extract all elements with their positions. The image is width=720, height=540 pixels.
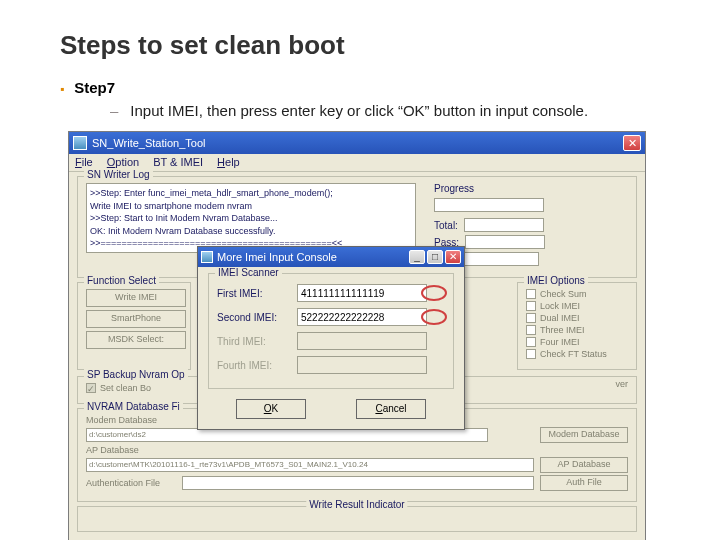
fourth-imei-input <box>297 356 427 374</box>
ap-db-path: d:\customer\MTK\20101116-1_rte73v1\APDB_… <box>86 458 534 472</box>
first-imei-input[interactable] <box>297 284 427 302</box>
third-imei-label: Third IMEI: <box>217 336 289 347</box>
imei-options-title: IMEI Options <box>524 275 588 286</box>
ap-db-button[interactable]: AP Database <box>540 457 628 473</box>
auth-file-button[interactable]: Auth File <box>540 475 628 491</box>
three-imei-checkbox[interactable]: Three IMEI <box>526 325 628 335</box>
four-imei-checkbox[interactable]: Four IMEI <box>526 337 628 347</box>
cancel-button[interactable]: Cancel <box>356 399 426 419</box>
backup-title: SP Backup Nvram Op <box>84 369 188 380</box>
dialog-titlebar: More Imei Input Console _ □ ✕ <box>198 247 464 267</box>
window-title: SN_Write_Station_Tool <box>92 137 623 149</box>
nvram-title: NVRAM Database Fi <box>84 401 183 412</box>
result-title: Write Result Indicator <box>306 499 407 510</box>
imei-options-group: IMEI Options Check Sum Lock IMEI Dual IM… <box>517 282 637 370</box>
ok-button[interactable]: OK <box>236 399 306 419</box>
write-imei-button[interactable]: Write IMEI <box>86 289 186 307</box>
log-line: Write IMEI to smartphone modem nvram <box>90 200 412 213</box>
ap-db-label: AP Database <box>86 445 176 455</box>
step-label: Step7 <box>74 79 115 96</box>
log-line: OK: Init Modem Nvram Database successful… <box>90 225 412 238</box>
imei-input-dialog: More Imei Input Console _ □ ✕ IMEI Scann… <box>197 246 465 430</box>
app-window: SN_Write_Station_Tool ✕ File Option BT &… <box>68 131 646 540</box>
total-box <box>464 218 544 232</box>
imei-scanner-group: IMEI Scanner First IMEI: Second IMEI: Th… <box>208 273 454 389</box>
progress-label: Progress <box>434 183 628 194</box>
menu-bt-imei[interactable]: BT & IMEI <box>153 156 203 169</box>
titlebar: SN_Write_Station_Tool ✕ <box>69 132 645 154</box>
app-icon <box>73 136 87 150</box>
log-group-title: SN Writer Log <box>84 169 153 180</box>
log-box: >>Step: Enter func_imei_meta_hdlr_smart_… <box>86 183 416 253</box>
function-select-group: Function Select Write IMEI SmartPhone MS… <box>77 282 191 370</box>
maximize-icon[interactable]: □ <box>427 250 443 264</box>
menu-file[interactable]: File <box>75 156 93 169</box>
dialog-title: More Imei Input Console <box>217 251 409 263</box>
progress-bar <box>434 198 544 212</box>
dialog-icon <box>201 251 213 263</box>
menu-help[interactable]: Help <box>217 156 240 169</box>
imei-scanner-title: IMEI Scanner <box>215 267 282 278</box>
step-text: Input IMEI, then press enter key or clic… <box>130 102 588 119</box>
modem-db-path: d:\customer\ds2 <box>86 428 488 442</box>
result-group: Write Result Indicator <box>77 506 637 532</box>
fourth-imei-label: Fourth IMEI: <box>217 360 289 371</box>
step-row: ▪ Step7 <box>60 79 660 96</box>
lock-imei-checkbox[interactable]: Lock IMEI <box>526 301 628 311</box>
log-line: >>Step: Enter func_imei_meta_hdlr_smart_… <box>90 187 412 200</box>
check-ft-checkbox[interactable]: Check FT Status <box>526 349 628 359</box>
bullet-icon: ▪ <box>60 82 64 96</box>
menubar: File Option BT & IMEI Help <box>69 154 645 172</box>
close-icon[interactable]: ✕ <box>623 135 641 151</box>
modem-db-label: Modem Database <box>86 415 176 425</box>
minimize-icon[interactable]: _ <box>409 250 425 264</box>
second-imei-label: Second IMEI: <box>217 312 289 323</box>
modem-db-button[interactable]: Modem Database <box>540 427 628 443</box>
ver-label: ver <box>615 379 628 389</box>
total-label: Total: <box>434 220 458 231</box>
dash-icon: – <box>110 102 118 119</box>
menu-option[interactable]: Option <box>107 156 139 169</box>
first-imei-label: First IMEI: <box>217 288 289 299</box>
third-imei-input <box>297 332 427 350</box>
msdk-select-button[interactable]: MSDK Select: <box>86 331 186 349</box>
page-title: Steps to set clean boot <box>60 30 660 61</box>
second-imei-input[interactable] <box>297 308 427 326</box>
function-group-title: Function Select <box>84 275 159 286</box>
dual-imei-checkbox[interactable]: Dual IMEI <box>526 313 628 323</box>
auth-file-label: Authentication File <box>86 478 176 488</box>
auth-file-path <box>182 476 534 490</box>
pass-box <box>465 235 545 249</box>
dialog-close-icon[interactable]: ✕ <box>445 250 461 264</box>
smartphone-button[interactable]: SmartPhone <box>86 310 186 328</box>
step-desc-row: – Input IMEI, then press enter key or cl… <box>110 102 660 119</box>
log-line: >>Step: Start to Init Modem Nvram Databa… <box>90 212 412 225</box>
check-sum-checkbox[interactable]: Check Sum <box>526 289 628 299</box>
fail-box <box>459 252 539 266</box>
